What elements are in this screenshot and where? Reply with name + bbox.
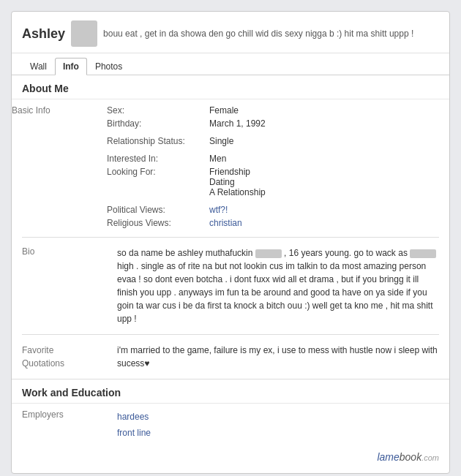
- brand-lame: lame: [377, 451, 399, 463]
- tab-wall[interactable]: Wall: [22, 58, 55, 75]
- political-link[interactable]: wtf?!: [209, 205, 228, 215]
- divider-2: [22, 334, 439, 335]
- brand-com: .com: [421, 453, 439, 462]
- political-label: Political Views:: [107, 203, 209, 216]
- table-row: Looking For: Friendship Dating A Relatio…: [12, 165, 449, 199]
- table-row: Relationship Status: Single: [12, 135, 449, 148]
- relationship-value: Single: [209, 135, 449, 148]
- table-row: Religious Views: christian: [12, 216, 449, 230]
- bio-text: so da name be ashley muthafuckin , 16 ye…: [117, 246, 439, 325]
- profile-status: bouu eat , get in da showa den go chill …: [103, 29, 439, 39]
- table-row: Political Views: wtf?!: [12, 203, 449, 216]
- basic-info-table: Basic Info Sex: Female Birthday: March 1…: [12, 99, 449, 234]
- avatar: [71, 20, 97, 47]
- employer-name-link[interactable]: hardees: [117, 412, 149, 422]
- quotes-text: i'm married to the game, failure is my e…: [117, 344, 439, 370]
- looking-value-0: Friendship: [209, 167, 446, 177]
- work-header: Work and Education: [12, 379, 449, 404]
- quotes-label: FavoriteQuotations: [22, 344, 117, 370]
- religious-value: christian: [209, 216, 449, 230]
- birthday-value: March 1, 1992: [209, 117, 449, 130]
- blurred-1: [255, 249, 282, 258]
- tab-photos[interactable]: Photos: [87, 58, 130, 75]
- looking-values: Friendship Dating A Relationship: [209, 165, 449, 199]
- table-row: Birthday: March 1, 1992: [12, 117, 449, 130]
- about-me-header: About Me: [12, 75, 449, 99]
- quotes-section: FavoriteQuotations i'm married to the ga…: [12, 338, 449, 376]
- divider-1: [22, 237, 439, 238]
- bio-label: Bio: [22, 246, 117, 325]
- employers-label: Employers: [22, 409, 117, 441]
- religious-label: Religious Views:: [107, 216, 209, 230]
- table-row: Interested In: Men: [12, 152, 449, 165]
- interested-value: Men: [209, 152, 449, 165]
- political-value: wtf?!: [209, 203, 449, 216]
- work-section: Work and Education Employers hardees fro…: [12, 379, 449, 447]
- relationship-label: Relationship Status:: [107, 135, 209, 148]
- blurred-2: [410, 249, 436, 258]
- looking-value-2: A Relationship: [209, 187, 446, 197]
- sex-value: Female: [209, 104, 449, 117]
- profile-header: Ashley bouu eat , get in da showa den go…: [12, 12, 449, 53]
- footer-brand: lamebook.com: [12, 447, 449, 466]
- tabs-bar: Wall Info Photos: [12, 53, 449, 75]
- employer-position-link[interactable]: front line: [117, 428, 151, 438]
- religious-link[interactable]: christian: [209, 218, 242, 228]
- bio-section: Bio so da name be ashley muthafuckin , 1…: [12, 241, 449, 331]
- brand-book: book: [400, 451, 421, 463]
- employer-info: hardees front line: [117, 409, 151, 441]
- looking-label: Looking For:: [107, 165, 209, 199]
- basic-info-label: Basic Info: [12, 104, 107, 117]
- interested-label: Interested In:: [107, 152, 209, 165]
- profile-card: Ashley bouu eat , get in da showa den go…: [11, 11, 450, 474]
- table-row: Basic Info Sex: Female: [12, 104, 449, 117]
- looking-value-1: Dating: [209, 177, 446, 187]
- profile-name: Ashley: [22, 26, 65, 42]
- birthday-label: Birthday:: [107, 117, 209, 130]
- employers-row: Employers hardees front line: [12, 404, 449, 447]
- sex-label: Sex:: [107, 104, 209, 117]
- tab-info[interactable]: Info: [55, 58, 87, 75]
